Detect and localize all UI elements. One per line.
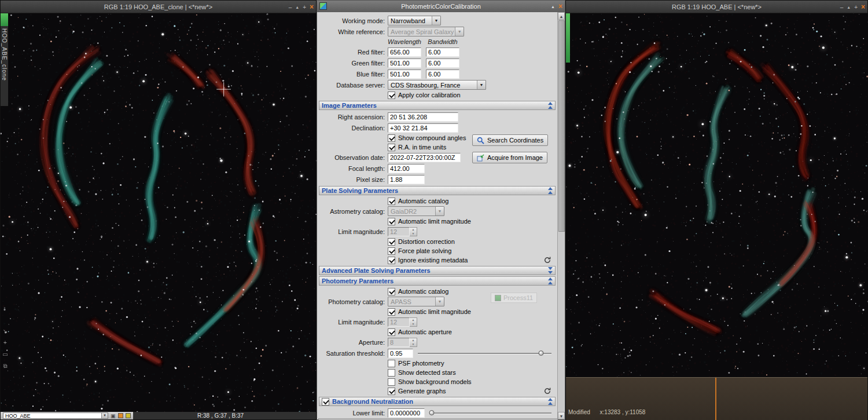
- color-chip-orange[interactable]: [118, 413, 123, 418]
- close-icon[interactable]: ×: [558, 2, 562, 10]
- ignore-existing-metadata-checkbox[interactable]: [388, 257, 395, 264]
- color-chip-yellow[interactable]: [126, 413, 131, 418]
- right-image-preview[interactable]: [566, 13, 868, 377]
- process-icon: [495, 295, 501, 301]
- scrollbar-thumb[interactable]: [558, 20, 565, 232]
- green-bandwidth-input[interactable]: [426, 59, 459, 68]
- blue-filter-label: Blue filter:: [317, 71, 388, 78]
- active-view-indicator: [1, 13, 8, 26]
- left-window-titlebar[interactable]: RGB 1:19 HOO_ABE_clone | <*new*> – ▲ + ×: [1, 1, 316, 13]
- right-ascension-label: Right ascension:: [317, 114, 388, 120]
- saturation-threshold-input[interactable]: [388, 349, 413, 358]
- chevron-down-icon: ▼: [435, 207, 444, 216]
- maximize-icon[interactable]: +: [303, 4, 306, 10]
- pixel-size-input[interactable]: [388, 175, 425, 184]
- minimize-icon[interactable]: –: [840, 4, 844, 10]
- declination-row: Declination:: [317, 122, 557, 133]
- section-advanced-plate-solving[interactable]: Advanced Plate Solving Parameters: [319, 266, 556, 275]
- reset-section-button[interactable]: [543, 387, 551, 395]
- spinner: ▲▼: [410, 227, 417, 236]
- section-background-neutralization[interactable]: Background Neutralization: [319, 397, 556, 406]
- reset-section-button[interactable]: [543, 256, 551, 264]
- image-mode-icon[interactable]: ▣: [111, 413, 116, 419]
- chevron-down-icon: ▼: [101, 413, 108, 418]
- right-ascension-input[interactable]: [388, 112, 458, 122]
- psf-photometry-label: PSF photometry: [398, 360, 444, 367]
- scroll-up-icon[interactable]: ▲: [558, 12, 565, 20]
- dialog-scrollbar[interactable]: ▲ ▼: [557, 12, 565, 419]
- dialog-titlebar[interactable]: PhotometricColorCalibration ▲ ×: [317, 1, 565, 12]
- show-detected-stars-checkbox[interactable]: [388, 369, 395, 377]
- red-bandwidth-input[interactable]: [426, 48, 459, 57]
- pin-icon[interactable]: ▲: [551, 5, 555, 9]
- left-view-tab-label: HOO_ABE_clone: [1, 26, 8, 81]
- view-selector[interactable]: HOO_ABE ▼: [3, 412, 108, 419]
- ra-in-time-units-checkbox[interactable]: [388, 144, 395, 151]
- collapse-up-icon[interactable]: [548, 277, 553, 285]
- apply-color-calibration-checkbox[interactable]: [388, 92, 395, 99]
- close-icon[interactable]: ×: [310, 3, 314, 11]
- automatic-aperture-checkbox[interactable]: [388, 328, 395, 336]
- crosshair-icon[interactable]: +: [1, 339, 9, 346]
- window-edge-line: [715, 378, 716, 420]
- section-photometry-parameters[interactable]: Photometry Parameters: [319, 276, 556, 286]
- limit-magnitude-row: Limit magnitude: ▲▼: [317, 226, 557, 237]
- background-neutralization-checkbox[interactable]: [322, 398, 329, 406]
- observation-date-input[interactable]: [388, 153, 461, 162]
- section-title: Photometry Parameters: [322, 277, 393, 284]
- automatic-limit-magnitude-checkbox[interactable]: [388, 308, 395, 316]
- slider-knob[interactable]: [538, 350, 543, 356]
- show-background-models-checkbox[interactable]: [388, 378, 395, 386]
- left-view-tab[interactable]: HOO_ABE_clone: [1, 13, 8, 106]
- section-title: Advanced Plate Solving Parameters: [322, 267, 431, 274]
- psf-photometry-checkbox[interactable]: [388, 360, 395, 367]
- pixel-size-row: Pixel size:: [317, 174, 557, 185]
- working-mode-select[interactable]: Narrowband ▼: [388, 16, 441, 25]
- close-icon[interactable]: ×: [861, 3, 865, 11]
- collapse-up-icon[interactable]: [548, 101, 553, 109]
- lower-limit-slider[interactable]: [429, 410, 551, 417]
- green-wavelength-input[interactable]: [388, 59, 421, 68]
- focal-length-input[interactable]: [388, 164, 425, 173]
- database-server-select[interactable]: CDS Strasbourg, France ▼: [388, 80, 486, 90]
- search-coordinates-label: Search Coordinates: [487, 137, 543, 144]
- right-window-titlebar[interactable]: RGB 1:19 HOO_ABE | <*new*> – ▲ + ×: [566, 1, 867, 13]
- limit-magnitude-input: [388, 317, 410, 327]
- slider-knob[interactable]: [429, 410, 435, 415]
- force-plate-solving-checkbox[interactable]: [388, 247, 395, 255]
- lower-limit-input[interactable]: [388, 408, 425, 418]
- acquire-from-image-button[interactable]: Acquire from Image: [472, 152, 547, 163]
- automatic-limit-magnitude-checkbox[interactable]: [388, 218, 395, 225]
- declination-input[interactable]: [388, 123, 458, 133]
- left-image-preview[interactable]: [1, 13, 317, 413]
- section-image-parameters[interactable]: Image Parameters: [319, 101, 556, 110]
- minimize-icon[interactable]: –: [289, 4, 292, 10]
- white-reference-row: White reference: Average Spiral Galaxy ▼: [317, 26, 557, 37]
- shade-icon[interactable]: ▲: [847, 5, 851, 9]
- generate-graphs-checkbox[interactable]: [388, 388, 395, 395]
- maximize-icon[interactable]: +: [854, 4, 858, 10]
- distortion-correction-checkbox[interactable]: [388, 238, 395, 246]
- blue-bandwidth-input[interactable]: [426, 70, 459, 79]
- expand-down-icon[interactable]: [548, 266, 553, 275]
- pan-icon[interactable]: ↘: [1, 328, 9, 334]
- process-ghost-label: Process11: [503, 294, 533, 301]
- layers-icon[interactable]: ⧉: [1, 363, 9, 370]
- blue-wavelength-input[interactable]: [388, 70, 421, 79]
- show-compound-angles-checkbox[interactable]: [388, 134, 395, 142]
- collapse-up-icon[interactable]: [548, 397, 553, 406]
- shade-icon[interactable]: ▲: [295, 5, 299, 9]
- aperture-input: [388, 338, 410, 347]
- collapse-up-icon[interactable]: [548, 187, 553, 195]
- scroll-down-icon[interactable]: ▼: [558, 412, 565, 419]
- automatic-aperture-label: Automatic aperture: [398, 328, 452, 335]
- section-plate-solving-parameters[interactable]: Plate Solving Parameters: [319, 186, 556, 195]
- right-window-title: RGB 1:19 HOO_ABE | <*new*>: [672, 3, 762, 10]
- red-wavelength-input[interactable]: [388, 48, 421, 57]
- search-coordinates-button[interactable]: Search Coordinates: [472, 134, 548, 146]
- rect-select-icon[interactable]: ▭: [1, 351, 9, 357]
- saturation-threshold-slider[interactable]: [418, 350, 551, 357]
- automatic-catalog-checkbox[interactable]: [388, 198, 395, 205]
- automatic-catalog-checkbox[interactable]: [388, 288, 395, 295]
- blue-filter-row: Blue filter:: [317, 68, 557, 79]
